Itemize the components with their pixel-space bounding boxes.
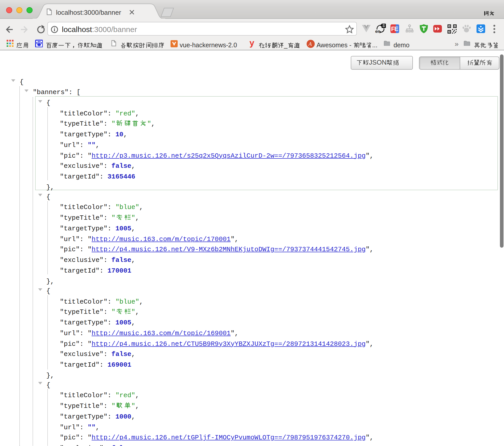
- svg-text:FE: FE: [391, 26, 398, 32]
- svg-text:A: A: [308, 41, 312, 47]
- svg-text:en: en: [375, 29, 380, 34]
